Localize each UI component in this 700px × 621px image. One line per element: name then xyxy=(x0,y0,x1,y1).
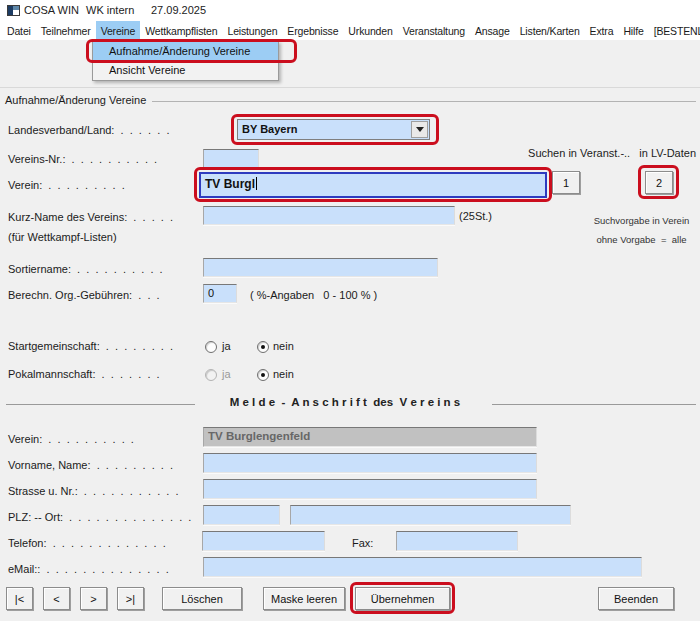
verein-label: Verein: . . . . . . . . . xyxy=(8,179,125,191)
melde-verein-value: TV Burglengenfeld xyxy=(204,428,310,442)
menu-item-veranstaltung[interactable]: Veranstaltung xyxy=(398,21,470,40)
pokalmannschaft-ja-radio xyxy=(205,369,217,381)
startgemeinschaft-ja-radio[interactable] xyxy=(205,341,217,353)
vereins-nr-label: Vereins-Nr.: . . . . . . . . . . xyxy=(8,153,157,165)
kurzname-input[interactable] xyxy=(203,206,455,225)
nav-last-button[interactable]: >| xyxy=(117,587,144,610)
maske-leeren-button[interactable]: Maske leeren xyxy=(263,587,345,610)
email-label: eMail:: . . . . . . . . . . . . . . xyxy=(8,563,169,575)
verein-value: TV Burgl xyxy=(201,174,255,191)
melde-section-title: M e l d e - A n s c h r i f t des V e r … xyxy=(195,396,495,408)
menu-item-ansicht-vereine[interactable]: Ansicht Vereine xyxy=(93,61,278,80)
combo-dropdown-button[interactable] xyxy=(411,121,428,138)
menu-item-wettkampflisten[interactable]: Wettkampflisten xyxy=(140,21,222,40)
plz-ort-label: PLZ: -- Ort: . . . . . . . . . . . . . . xyxy=(8,511,191,523)
beenden-button[interactable]: Beenden xyxy=(598,587,674,610)
menu-item-listen-karten[interactable]: Listen/Karten xyxy=(515,21,585,40)
landesverband-label: Landesverband/Land: . . . . . . xyxy=(8,124,169,136)
startgemeinschaft-ja-label: ja xyxy=(222,340,231,352)
landesverband-value: BY Bayern xyxy=(242,123,297,135)
menu-item-ergebnisse[interactable]: Ergebnisse xyxy=(282,21,343,40)
app-title: COSA WIN xyxy=(24,4,79,16)
text-cursor xyxy=(256,177,257,190)
pokalmannschaft-nein-radio[interactable] xyxy=(257,369,269,381)
menu-item-urkunden[interactable]: Urkunden xyxy=(343,21,397,40)
menu-item-vereine[interactable]: Vereine xyxy=(96,21,141,40)
telefon-input[interactable] xyxy=(202,531,325,551)
menu-item-leistungen[interactable]: Leistungen xyxy=(222,21,282,40)
cosa-win-window: COSA WIN WK intern 27.09.2025 Datei Teil… xyxy=(0,0,700,621)
strasse-input[interactable] xyxy=(203,479,537,499)
menu-item-aufnahme-aenderung-vereine[interactable]: Aufnahme/Änderung Vereine xyxy=(93,42,278,61)
nav-first-button[interactable]: |< xyxy=(6,587,33,610)
menu-bar: Datei Teilnehmer Vereine Wettkampflisten… xyxy=(0,21,700,40)
search-lv-daten-button[interactable]: 2 xyxy=(645,171,673,194)
vorname-name-input[interactable] xyxy=(203,453,537,473)
search-veranstaltung-button[interactable]: 1 xyxy=(552,171,580,194)
loeschen-button[interactable]: Löschen xyxy=(162,587,242,610)
nav-next-button[interactable]: > xyxy=(80,587,107,610)
fax-input[interactable] xyxy=(396,531,518,551)
email-input[interactable] xyxy=(203,557,642,577)
startgemeinschaft-nein-radio[interactable] xyxy=(257,341,269,353)
gebuehren-hint: ( %-Angaben 0 - 100 % ) xyxy=(250,289,377,301)
sortiername-label: Sortiername: . . . . . . . . . . xyxy=(8,263,163,275)
melde-line-right xyxy=(492,404,696,405)
startgemeinschaft-label: Startgemeinschaft: . . . . . . . . xyxy=(8,340,173,352)
vorname-name-label: Vorname, Name: . . . . . . . . . xyxy=(8,459,173,471)
menu-item-datei[interactable]: Datei xyxy=(2,21,36,40)
landesverband-select[interactable]: BY Bayern xyxy=(237,119,430,140)
sortiername-input[interactable] xyxy=(203,258,438,277)
window-context-label: WK intern xyxy=(86,4,134,16)
toolbar-separator xyxy=(0,87,700,88)
form-title: Aufnahme/Änderung Vereine xyxy=(5,94,152,106)
startgemeinschaft-nein-label: nein xyxy=(273,340,294,352)
search-hint-line1: Suchvorgabe in Verein xyxy=(583,215,700,226)
melde-verein-field: TV Burglengenfeld xyxy=(203,427,537,447)
fax-label: Fax: xyxy=(352,537,373,549)
title-bar: COSA WIN WK intern 27.09.2025 xyxy=(0,0,700,21)
kurzname-sub-label: (für Wettkampf-Listen) xyxy=(8,231,117,243)
kurzname-label: Kurz-Name des Vereins: . . . . . xyxy=(8,211,173,223)
group-title-line xyxy=(140,101,696,102)
telefon-label: Telefon: . . . . . . . . . . . . . xyxy=(8,537,166,549)
verein-input[interactable]: TV Burgl xyxy=(199,172,547,198)
menu-item-bestenlisten[interactable]: [BESTENLISTEN] xyxy=(649,21,700,40)
gebuehren-value: 0 xyxy=(204,285,214,299)
strasse-label: Strasse u. Nr.: . . . . . . . . . . . xyxy=(8,485,179,497)
gebuehren-label: Berechn. Org.-Gebühren: . . . xyxy=(8,289,160,301)
menu-item-hilfe[interactable]: Hilfe xyxy=(618,21,648,40)
caret-down-icon xyxy=(416,127,424,132)
melde-verein-label: Verein: . . . . . . . . . . xyxy=(8,433,134,445)
gebuehren-input[interactable]: 0 xyxy=(203,284,237,303)
pokalmannschaft-label: Pokalmannschaft: . . . . . . . xyxy=(8,368,160,380)
nav-prev-button[interactable]: < xyxy=(43,587,70,610)
vereine-dropdown-menu: Aufnahme/Änderung Vereine Ansicht Verein… xyxy=(92,41,279,81)
search-caption: Suchen in Veranst.-.. in LV-Daten xyxy=(500,147,696,159)
ort-input[interactable] xyxy=(290,505,571,525)
pokalmannschaft-nein-label: nein xyxy=(273,368,294,380)
menu-item-ansage[interactable]: Ansage xyxy=(470,21,515,40)
pokalmannschaft-ja-label: ja xyxy=(222,368,231,380)
kurzname-hint: (25St.) xyxy=(459,210,492,222)
vereins-nr-input[interactable] xyxy=(203,149,259,168)
melde-line-left xyxy=(6,404,195,405)
menu-item-extra[interactable]: Extra xyxy=(585,21,619,40)
plz-input[interactable] xyxy=(203,505,280,525)
menu-item-teilnehmer[interactable]: Teilnehmer xyxy=(36,21,96,40)
window-date-label: 27.09.2025 xyxy=(151,4,206,16)
app-icon xyxy=(7,5,20,16)
search-hint-line2: ohne Vorgabe = alle xyxy=(583,234,700,245)
uebernehmen-button[interactable]: Übernehmen xyxy=(355,587,450,610)
